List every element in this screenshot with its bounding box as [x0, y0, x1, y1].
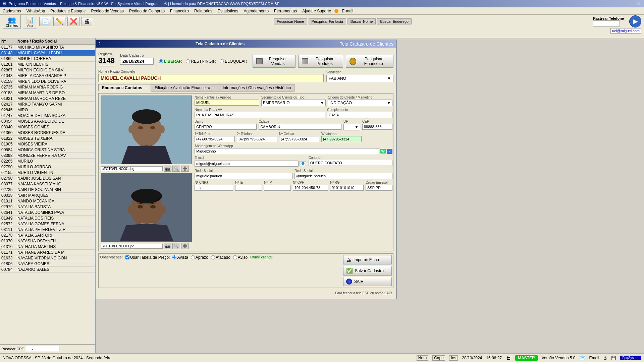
list-item[interactable]: 01310NATHALIA MARTINS: [0, 244, 95, 250]
list-item[interactable]: 02735MIRIAM MARIA RODRIG: [0, 84, 95, 90]
list-item[interactable]: 02790NADIR JOSE DOS SANT: [0, 176, 95, 181]
list-item[interactable]: 03040MOISES GOMES: [0, 124, 95, 130]
complemento-input[interactable]: [327, 112, 392, 118]
list-item[interactable]: 00784NAZARIO SALES: [0, 267, 95, 273]
menu-relatorios[interactable]: Relatórios: [192, 8, 215, 14]
uf-select[interactable]: ▼: [343, 124, 360, 130]
list-item[interactable]: 03077NAIAMA KASSELY AUG: [0, 181, 95, 187]
rastrear-telefone-input[interactable]: [593, 20, 620, 26]
list-item[interactable]: 02155MURILO VIGENTIN: [0, 170, 95, 176]
photo2-path-input[interactable]: [101, 244, 163, 249]
list-item[interactable]: 00454MOISES APARECIDO DE: [0, 119, 95, 124]
list-item[interactable]: 00188MIRIAM MARTINS DE SO: [0, 90, 95, 96]
radio-restringir[interactable]: [186, 59, 190, 63]
photo2-cam-btn[interactable]: 📷: [164, 243, 171, 249]
whatsapp-input[interactable]: [321, 136, 362, 142]
btn-pesquisar-produtos[interactable]: Pesquisar Produtos: [298, 55, 343, 68]
contato-input[interactable]: [309, 160, 392, 166]
segmento-select[interactable]: EMPRESARIO ▼: [261, 100, 326, 106]
tab-ana[interactable]: 📊 Ana: [23, 15, 37, 28]
list-item[interactable]: 01921MIRIAM DA ROCHA REZE: [0, 96, 95, 102]
btn-buscar-nome-top[interactable]: Buscar Nome: [347, 18, 376, 24]
tab-filiacao[interactable]: Filiação e Avaliação Financeira →: [151, 84, 219, 92]
rastrear-arrow-btn[interactable]: ▶: [629, 15, 641, 27]
cadastro-help-btn[interactable]: ?: [98, 42, 101, 46]
rastrear-cpf-input[interactable]: [26, 346, 59, 352]
tel1-input[interactable]: [195, 136, 235, 142]
list-item[interactable]: 01261MILTON BECHIS: [0, 62, 95, 67]
vendedor-select[interactable]: FABIANO ▼: [326, 75, 393, 82]
usar-tabela-checkbox[interactable]: [125, 255, 129, 259]
list-item[interactable]: 02265MURILO: [0, 159, 95, 164]
maximize-button[interactable]: □: [630, 1, 635, 6]
toolbar-delete-btn[interactable]: ❌: [67, 17, 79, 26]
btn-imprimir-ficha[interactable]: 🖨 Imprimir Ficha: [343, 255, 392, 264]
tab-informacoes[interactable]: Informações / Observações / Histórico: [219, 84, 294, 92]
btn-pesquisar-financeiro[interactable]: Pesquisar Financeiro: [346, 55, 393, 68]
list-item[interactable]: 02845MIRO: [0, 107, 95, 113]
menu-pedido-vendas[interactable]: Pedido de Vendas: [88, 8, 126, 14]
list-item[interactable]: 02158MIRENILDO DE OLIVEIRA: [0, 79, 95, 84]
toolbar-print-btn[interactable]: 🖨: [82, 17, 92, 26]
menu-pedido-compras[interactable]: Pedido de Compras: [126, 8, 167, 14]
tab-clientes[interactable]: 👥 Clientes: [3, 15, 21, 28]
menu-agendamento[interactable]: Agendamento: [241, 8, 271, 14]
list-item[interactable]: 01822MOISES TEIXEIRA: [0, 136, 95, 141]
btn-pesquisar-fantasia-top[interactable]: Pesquisar Fantasia: [309, 18, 346, 24]
orgao-input[interactable]: [366, 185, 392, 191]
cidade-input[interactable]: [259, 124, 341, 130]
btn-sair[interactable]: SAIR: [343, 277, 392, 286]
list-item[interactable]: 01869MIGUEL CORREA: [0, 56, 95, 62]
list-item[interactable]: 00018NAIR MARQUES: [0, 193, 95, 198]
radio-avista[interactable]: [172, 255, 176, 259]
radio-liberar[interactable]: [159, 59, 163, 63]
menu-ajuda[interactable]: Ajuda e Suporte: [300, 8, 334, 14]
photo1-path-input[interactable]: [101, 166, 163, 171]
list-item[interactable]: 03111NATALIA PETERLEVITZ R: [0, 227, 95, 233]
cnpj-input[interactable]: [195, 185, 233, 191]
photo1-add-btn[interactable]: ➕: [181, 166, 189, 172]
menu-ferramentas[interactable]: Ferramentas: [271, 8, 300, 14]
list-item[interactable]: 01633NAYANE VITORIANO GON: [0, 255, 95, 261]
list-item[interactable]: 01360MOISES RODRIGUES DE: [0, 130, 95, 136]
list-item[interactable]: 02641NATALIA DOMINICI PAVA: [0, 210, 95, 216]
list-item[interactable]: 01949NATALIA DOS REIS: [0, 216, 95, 221]
tab-endereco[interactable]: Endereço e Contatos →: [98, 84, 151, 92]
email-icon[interactable]: 📧: [299, 160, 307, 167]
list-item[interactable]: 01171NATHANE APARECIDA M: [0, 250, 95, 255]
list-item[interactable]: 01806NAYARA GOMES: [0, 261, 95, 267]
im-input[interactable]: [264, 185, 291, 191]
origem-select[interactable]: INDICAÇÃO ▼: [328, 100, 392, 106]
radio-aviso[interactable]: [233, 255, 237, 259]
list-item[interactable]: 01043MIRELA CASA GRANDE P: [0, 73, 95, 79]
minimize-button[interactable]: _: [623, 1, 628, 6]
data-cadastro-input[interactable]: [120, 58, 154, 65]
list-item[interactable]: 02735NAIR DE SOUZA ALBIN: [0, 187, 95, 193]
cep-input[interactable]: [362, 124, 392, 130]
cpf-input[interactable]: [293, 185, 328, 191]
list-item[interactable]: 02572NATALIA GOMES FERNA: [0, 221, 95, 227]
email-input[interactable]: [195, 161, 299, 167]
list-item[interactable]: 00584MONICA CRISTINA STRA: [0, 147, 95, 153]
btn-pesquisar-vendas[interactable]: Pesquisar Vendas: [253, 55, 296, 68]
rua-input[interactable]: [195, 112, 325, 118]
photo1-search-btn[interactable]: 🔍: [172, 166, 180, 172]
rede-social2-input[interactable]: [294, 173, 392, 179]
tel2-input[interactable]: [237, 136, 277, 142]
list-item[interactable]: 02790MURILO JORDAO: [0, 164, 95, 170]
list-item[interactable]: 03398MONIZZE FERREIRA CAV: [0, 153, 95, 159]
radio-atacado[interactable]: [211, 255, 215, 259]
list-item[interactable]: 01747MOACIR DE LIMA SOUZA: [0, 113, 95, 119]
toolbar-edit-btn[interactable]: ✏️: [53, 17, 65, 26]
close-button[interactable]: ✕: [636, 1, 642, 6]
ie-input[interactable]: [235, 185, 262, 191]
toolbar-new-btn[interactable]: 📄: [39, 17, 51, 26]
list-item[interactable]: 02178NATALIA SARTORI: [0, 233, 95, 238]
list-item[interactable]: 02417MIRKO TAMAYO SARMI: [0, 102, 95, 107]
list-item[interactable]: 03148MIGUEL CAVALLI PADU: [0, 50, 95, 56]
photo2-add-btn[interactable]: ➕: [181, 243, 189, 249]
menu-produtos[interactable]: Produtos e Estoque: [48, 8, 88, 14]
menu-estatisticas[interactable]: Estatísticas: [215, 8, 241, 14]
celular-input[interactable]: [279, 136, 319, 142]
nome-fantasia-input[interactable]: [195, 100, 259, 106]
